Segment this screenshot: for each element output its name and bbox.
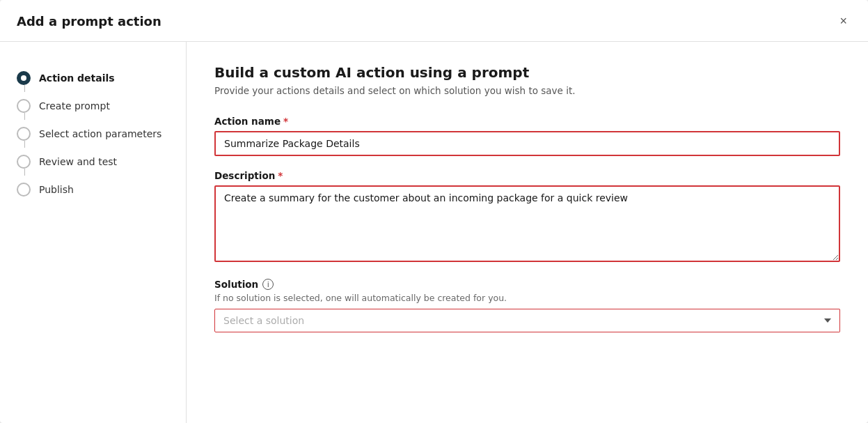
sidebar: Action details Create prompt Select acti… bbox=[0, 42, 187, 423]
sidebar-item-action-details[interactable]: Action details bbox=[0, 64, 186, 92]
dialog-title: Add a prompt action bbox=[17, 14, 161, 29]
step-label-action-details: Action details bbox=[39, 72, 115, 84]
step-label-create-prompt: Create prompt bbox=[39, 100, 110, 111]
description-group: Description * Create a summary for the c… bbox=[214, 170, 840, 265]
step-label-select-action-parameters: Select action parameters bbox=[39, 128, 161, 139]
sidebar-item-review-and-test[interactable]: Review and test bbox=[0, 148, 186, 176]
sidebar-item-create-prompt[interactable]: Create prompt bbox=[0, 92, 186, 120]
description-required: * bbox=[278, 170, 283, 181]
solution-label: Solution bbox=[214, 279, 258, 290]
solution-select[interactable]: Select a solution bbox=[214, 309, 840, 332]
step-circle-action-details bbox=[17, 71, 31, 85]
solution-select-wrapper: Select a solution bbox=[214, 309, 840, 332]
action-name-label: Action name * bbox=[214, 116, 840, 127]
description-label: Description * bbox=[214, 170, 840, 181]
step-circle-select-action-parameters bbox=[17, 127, 31, 141]
add-prompt-action-dialog: Add a prompt action × Action details Cre… bbox=[0, 0, 868, 423]
step-label-publish: Publish bbox=[39, 184, 74, 195]
step-circle-publish bbox=[17, 183, 31, 197]
action-name-required: * bbox=[283, 116, 288, 127]
solution-info-icon: i bbox=[262, 279, 274, 290]
action-name-input[interactable] bbox=[214, 131, 840, 156]
description-textarea[interactable]: Create a summary for the customer about … bbox=[214, 185, 840, 262]
step-label-review-and-test: Review and test bbox=[39, 156, 117, 167]
section-subtitle: Provide your actions details and select … bbox=[214, 85, 840, 96]
sidebar-item-publish[interactable]: Publish bbox=[0, 176, 186, 203]
section-title: Build a custom AI action using a prompt bbox=[214, 64, 840, 81]
solution-group: Solution i If no solution is selected, o… bbox=[214, 279, 840, 332]
main-content: Build a custom AI action using a prompt … bbox=[187, 42, 868, 423]
sidebar-item-select-action-parameters[interactable]: Select action parameters bbox=[0, 120, 186, 148]
action-name-group: Action name * bbox=[214, 116, 840, 156]
solution-label-row: Solution i bbox=[214, 279, 840, 290]
step-circle-create-prompt bbox=[17, 99, 31, 113]
solution-hint: If no solution is selected, one will aut… bbox=[214, 293, 840, 303]
step-circle-review-and-test bbox=[17, 155, 31, 169]
close-button[interactable]: × bbox=[835, 11, 851, 31]
dialog-body: Action details Create prompt Select acti… bbox=[0, 42, 868, 423]
dialog-header: Add a prompt action × bbox=[0, 0, 868, 42]
